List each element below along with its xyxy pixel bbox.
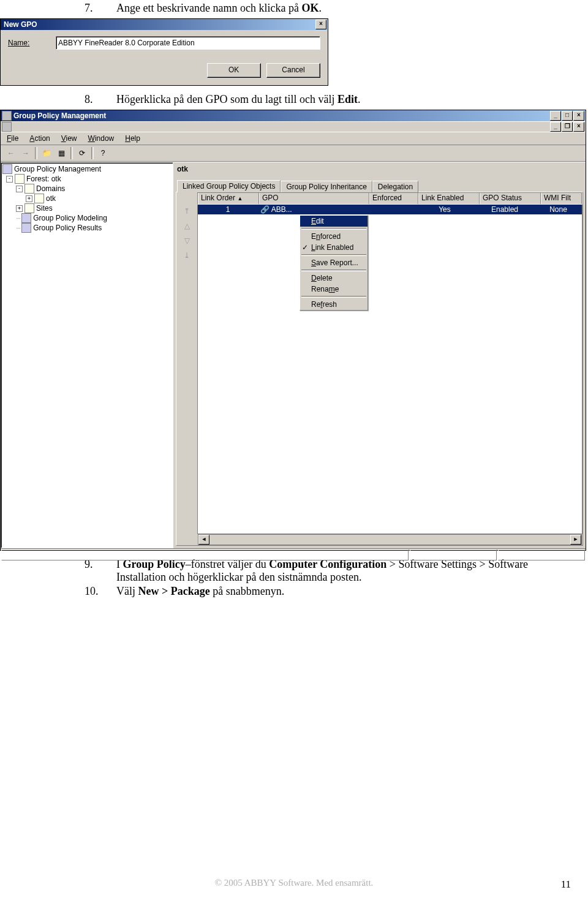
ctx-save-report[interactable]: Save Report... <box>300 257 368 268</box>
close-icon[interactable]: × <box>315 20 326 29</box>
statusbar <box>1 548 586 561</box>
name-input[interactable] <box>56 36 320 50</box>
step-number: 9. <box>85 558 116 584</box>
right-pane: otk Linked Group Policy Objects Group Po… <box>173 162 586 548</box>
step-text: Välj New > Package på snabbmenyn. <box>116 585 284 598</box>
step-number: 8. <box>85 93 116 106</box>
step-8: 8. Högerklicka på den GPO som du lagt ti… <box>85 93 588 106</box>
tab-linked-gpo[interactable]: Linked Group Policy Objects <box>177 180 281 192</box>
dialog-title: New GPO <box>2 20 37 29</box>
tab-delegation[interactable]: Delegation <box>372 181 418 192</box>
scroll-left-icon[interactable]: ◄ <box>198 535 209 545</box>
step-9: 9. I Group Policy–fönstret väljer du Com… <box>85 558 588 584</box>
ctx-link-enabled[interactable]: ✓Link Enabled <box>300 242 368 253</box>
new-gpo-dialog: New GPO × Name: OK Cancel <box>0 18 328 86</box>
menu-file[interactable]: File <box>2 134 23 143</box>
forest-icon <box>15 174 24 184</box>
page-number: 11 <box>561 878 571 891</box>
move-down-icon[interactable]: ▽ <box>184 236 190 245</box>
expand-icon[interactable]: + <box>16 205 23 212</box>
footer-copyright: © 2005 ABBYY Software. Med ensamrätt. <box>0 878 588 888</box>
up-folder-icon[interactable]: 📁 <box>40 146 53 160</box>
results-icon <box>21 223 31 233</box>
cancel-button[interactable]: Cancel <box>266 63 320 78</box>
tree-pane[interactable]: Group Policy Management -Forest: otk -Do… <box>1 162 173 548</box>
context-menu: Edit Enforced ✓Link Enabled Save Report.… <box>300 215 368 311</box>
sites-icon <box>24 203 34 213</box>
ctx-edit[interactable]: Edit <box>300 216 368 227</box>
col-link-order[interactable]: Link Order ▲ <box>198 193 259 204</box>
collapse-icon[interactable]: - <box>6 176 13 183</box>
toolbar: ← → 📁 ▦ ⟳ ? <box>1 145 586 162</box>
forward-icon: → <box>19 146 32 160</box>
ctx-rename[interactable]: Rename <box>300 284 368 295</box>
scroll-right-icon[interactable]: ► <box>570 535 581 545</box>
col-wmi[interactable]: WMI Filt <box>541 193 582 204</box>
menu-action[interactable]: Action <box>24 134 55 143</box>
expand-icon[interactable]: + <box>26 195 32 202</box>
reorder-buttons: ⤒ △ ▽ ⤓ <box>176 192 197 545</box>
col-link-enabled[interactable]: Link Enabled <box>418 193 480 204</box>
minimize-icon[interactable]: _ <box>550 111 561 121</box>
tab-strip: Linked Group Policy Objects Group Policy… <box>173 178 586 192</box>
gpm-titlebar: Group Policy Management _ □ × <box>1 110 586 121</box>
grid-body[interactable]: 1 🔗 ABB... Yes Enabled None Edit En <box>197 205 582 534</box>
move-up-icon[interactable]: △ <box>184 222 190 230</box>
app-icon <box>2 111 12 121</box>
grid-header: Link Order ▲ GPO Enforced Link Enabled G… <box>197 192 582 205</box>
step-10: 10. Välj New > Package på snabbmenyn. <box>85 585 588 598</box>
gpm-window: Group Policy Management _ □ × _ ❐ × File… <box>0 110 586 551</box>
tree-root[interactable]: Group Policy Management <box>2 164 172 174</box>
tree-gpr[interactable]: ····Group Policy Results <box>2 223 172 233</box>
help-icon[interactable]: ? <box>96 146 110 160</box>
show-hide-icon[interactable]: ▦ <box>55 146 68 160</box>
step-text: Ange ett beskrivande namn och klicka på … <box>116 2 322 15</box>
tree-otk[interactable]: +otk <box>2 194 172 203</box>
menu-view[interactable]: View <box>56 134 82 143</box>
tab-inheritance[interactable]: Group Policy Inheritance <box>281 181 372 192</box>
menubar: File Action View Window Help <box>1 132 586 145</box>
domains-icon <box>24 184 34 194</box>
name-label: Name: <box>8 39 56 47</box>
gpm-icon <box>2 164 12 174</box>
domain-icon <box>34 194 44 203</box>
col-enforced[interactable]: Enforced <box>369 193 418 204</box>
gpo-grid: Link Order ▲ GPO Enforced Link Enabled G… <box>197 192 582 545</box>
ctx-enforced[interactable]: Enforced <box>300 231 368 242</box>
tree-domains[interactable]: -Domains <box>2 184 172 194</box>
mdi-close-icon[interactable]: × <box>573 122 584 132</box>
move-bottom-icon[interactable]: ⤓ <box>184 251 190 260</box>
modeling-icon <box>21 213 31 223</box>
col-gpo-status[interactable]: GPO Status <box>480 193 541 204</box>
close-icon[interactable]: × <box>573 111 584 121</box>
right-pane-header: otk <box>173 162 586 178</box>
h-scrollbar[interactable]: ◄ ► <box>198 534 582 545</box>
step-number: 10. <box>85 585 116 598</box>
ctx-refresh[interactable]: Refresh <box>300 299 368 310</box>
table-row[interactable]: 1 🔗 ABB... Yes Enabled None <box>198 205 582 214</box>
collapse-icon[interactable]: - <box>16 186 23 192</box>
move-top-icon[interactable]: ⤒ <box>184 207 190 216</box>
step-text: Högerklicka på den GPO som du lagt till … <box>116 93 360 106</box>
mdi-icon <box>2 122 12 132</box>
ctx-delete[interactable]: Delete <box>300 273 368 284</box>
tree-gpm[interactable]: ····Group Policy Modeling <box>2 213 172 223</box>
back-icon: ← <box>4 146 18 160</box>
mdi-restore-icon[interactable]: ❐ <box>562 122 573 132</box>
ok-button[interactable]: OK <box>207 63 261 78</box>
menu-help[interactable]: Help <box>120 134 145 143</box>
tree-forest[interactable]: -Forest: otk <box>2 174 172 184</box>
step-text: I Group Policy–fönstret väljer du Comput… <box>116 558 557 584</box>
check-icon: ✓ <box>302 243 308 252</box>
mdi-minimize-icon[interactable]: _ <box>550 122 561 132</box>
step-number: 7. <box>85 2 116 15</box>
tree-sites[interactable]: +Sites <box>2 203 172 213</box>
mdi-bar: _ ❐ × <box>1 121 586 132</box>
step-7: 7. Ange ett beskrivande namn och klicka … <box>85 2 588 15</box>
menu-window[interactable]: Window <box>83 134 119 143</box>
refresh-icon[interactable]: ⟳ <box>75 146 89 160</box>
col-gpo[interactable]: GPO <box>259 193 369 204</box>
dialog-titlebar: New GPO × <box>1 19 328 30</box>
maximize-icon[interactable]: □ <box>562 111 573 121</box>
gpm-title: Group Policy Management <box>13 111 106 120</box>
